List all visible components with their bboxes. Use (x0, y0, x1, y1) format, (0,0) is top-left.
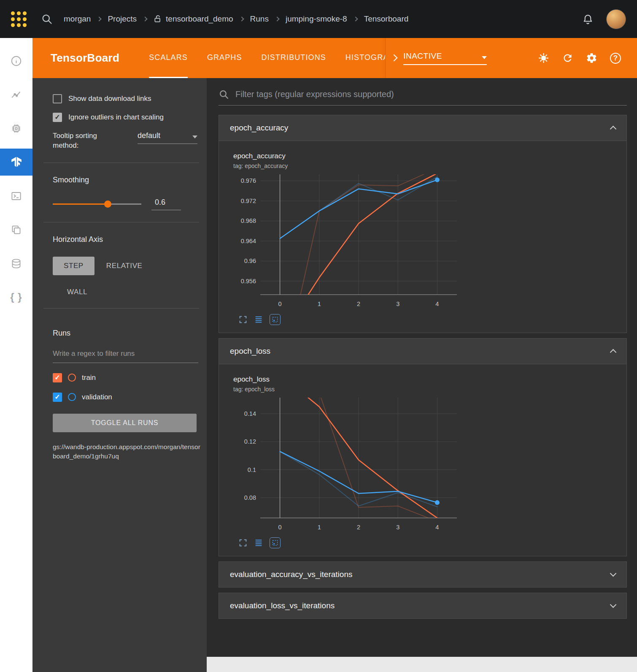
fit-domain-icon[interactable] (270, 314, 281, 325)
section-evaluation-loss-header[interactable]: evaluation_loss_vs_iterations (219, 593, 626, 618)
run-status-dropdown[interactable]: INACTIVE (403, 51, 487, 65)
info-icon (11, 55, 22, 67)
ignore-outliers-checkbox[interactable] (53, 113, 62, 122)
breadcrumb-projects[interactable]: Projects (108, 14, 137, 24)
run-row-validation: validation (53, 393, 199, 402)
run-validation-color-swatch[interactable] (68, 393, 76, 401)
wandb-logo-icon[interactable] (11, 11, 27, 27)
lock-open-icon (154, 15, 162, 23)
section-epoch-accuracy: epoch_accuracy epoch_accuracy tag: epoch… (219, 115, 627, 333)
tab-scalars[interactable]: SCALARS (149, 38, 188, 78)
breadcrumb-project[interactable]: tensorboard_demo (166, 14, 233, 24)
fit-domain-icon[interactable] (270, 537, 281, 548)
axis-wall-button[interactable]: WALL (67, 288, 87, 296)
axis-step-button[interactable]: STEP (53, 257, 94, 275)
toggle-all-runs-button[interactable]: TOGGLE ALL RUNS (53, 414, 197, 432)
rail-item-info[interactable] (0, 44, 32, 78)
divider (43, 308, 199, 309)
run-train-color-swatch[interactable] (68, 374, 76, 382)
tab-histograms[interactable]: HISTOGRAMS (345, 38, 385, 78)
runs-regex-input[interactable]: Write a regex to filter runs (53, 350, 198, 363)
breadcrumb-runs[interactable]: Runs (250, 14, 269, 24)
rail-item-files[interactable] (0, 213, 32, 247)
tab-bar: SCALARS GRAPHS DISTRIBUTIONS HISTOGRAMS (149, 38, 385, 78)
svg-text:0.972: 0.972 (241, 198, 256, 204)
axis-relative-button[interactable]: RELATIVE (106, 262, 143, 270)
chart-tag: tag: epoch_loss (233, 386, 472, 393)
rail-item-artifacts[interactable] (0, 247, 32, 280)
smoothing-slider-fill (53, 203, 108, 205)
run-train-checkbox[interactable] (53, 373, 62, 382)
smoothing-slider[interactable] (53, 203, 141, 205)
rail-item-charts[interactable] (0, 78, 32, 111)
scalars-main: Filter tags (regular expressions support… (207, 78, 637, 672)
svg-text:2: 2 (357, 524, 360, 531)
run-selector-icon[interactable] (254, 538, 263, 547)
tensorboard-header: TensorBoard SCALARS GRAPHS DISTRIBUTIONS… (32, 38, 637, 78)
left-icon-rail: { } (0, 38, 32, 672)
epoch-loss-plot[interactable]: 0.080.10.120.1401234 (233, 394, 461, 536)
tab-graphs[interactable]: GRAPHS (207, 38, 242, 78)
svg-text:0.976: 0.976 (241, 177, 256, 184)
rail-item-system[interactable] (0, 111, 32, 145)
section-epoch-accuracy-header[interactable]: epoch_accuracy (219, 115, 626, 141)
svg-text:1: 1 (318, 524, 321, 531)
scalars-sidebar: Show data download links Ignore outliers… (32, 78, 207, 672)
run-status-label: INACTIVE (403, 51, 442, 61)
tooltip-sorting-dropdown[interactable]: default (138, 131, 197, 144)
help-icon[interactable]: ? (610, 53, 621, 64)
ignore-outliers-label: Ignore outliers in chart scaling (68, 113, 164, 122)
breadcrumb-separator (353, 16, 358, 21)
show-download-links-checkbox[interactable] (53, 94, 62, 103)
divider (43, 163, 199, 163)
breadcrumb-separator (97, 16, 102, 21)
svg-text:0.956: 0.956 (241, 278, 256, 285)
braces-icon: { } (10, 291, 22, 303)
svg-text:0: 0 (278, 301, 282, 307)
settings-gear-icon[interactable] (586, 52, 597, 64)
section-title: evaluation_loss_vs_iterations (230, 601, 335, 610)
expand-chart-icon[interactable] (238, 315, 248, 324)
breadcrumb-user[interactable]: morgan (64, 14, 91, 24)
breadcrumb-tensorboard[interactable]: Tensorboard (364, 14, 409, 24)
runs-storage-path: gs://wandb-production.appspot.com/morgan… (53, 442, 201, 461)
runs-section-label: Runs (53, 329, 199, 338)
section-epoch-loss-header[interactable]: epoch_loss (219, 339, 626, 364)
avatar[interactable] (606, 9, 626, 29)
run-validation-checkbox[interactable] (53, 393, 62, 402)
svg-text:0.1: 0.1 (248, 466, 256, 473)
svg-text:0.08: 0.08 (244, 494, 256, 501)
svg-text:0.964: 0.964 (241, 238, 256, 244)
refresh-icon[interactable] (562, 52, 573, 64)
brightness-icon[interactable] (538, 52, 549, 64)
rail-item-config[interactable]: { } (0, 280, 32, 314)
terminal-icon (11, 190, 22, 202)
rail-item-logs[interactable] (0, 179, 32, 213)
expand-chart-icon[interactable] (238, 538, 248, 547)
chart-card-epoch-accuracy: epoch_accuracy tag: epoch_accuracy 0.956… (233, 152, 472, 325)
svg-text:4: 4 (435, 524, 439, 531)
section-title: evaluation_accuracy_vs_iterations (230, 570, 352, 579)
section-title: epoch_loss (230, 347, 270, 356)
filter-tags-input[interactable]: Filter tags (regular expressions support… (219, 89, 627, 106)
chart-card-epoch-loss: epoch_loss tag: epoch_loss 0.080.10.120.… (233, 375, 472, 548)
rail-item-tensorboard[interactable] (0, 149, 32, 176)
svg-text:1: 1 (318, 301, 321, 307)
section-evaluation-loss: evaluation_loss_vs_iterations (219, 593, 627, 619)
run-selector-icon[interactable] (254, 315, 263, 324)
section-evaluation-accuracy-header[interactable]: evaluation_accuracy_vs_iterations (219, 562, 626, 587)
chart-title: epoch_accuracy (233, 152, 472, 160)
horizontal-axis-label: Horizontal Axis (53, 235, 199, 244)
tab-distributions[interactable]: DISTRIBUTIONS (262, 38, 326, 78)
search-icon[interactable] (41, 13, 53, 25)
tabs-scroll-right-icon[interactable] (391, 54, 397, 62)
epoch-accuracy-plot[interactable]: 0.9560.960.9640.9680.9720.97601234 (233, 171, 461, 312)
svg-text:3: 3 (396, 524, 399, 531)
breadcrumb-separator (239, 16, 244, 21)
notifications-bell-icon[interactable] (582, 14, 594, 25)
database-icon (11, 258, 22, 269)
breadcrumb-run[interactable]: jumping-smoke-8 (286, 14, 347, 24)
smoothing-value-input[interactable]: 0.6 (151, 198, 181, 210)
chart-title: epoch_loss (233, 375, 472, 384)
smoothing-slider-thumb[interactable] (104, 201, 111, 208)
